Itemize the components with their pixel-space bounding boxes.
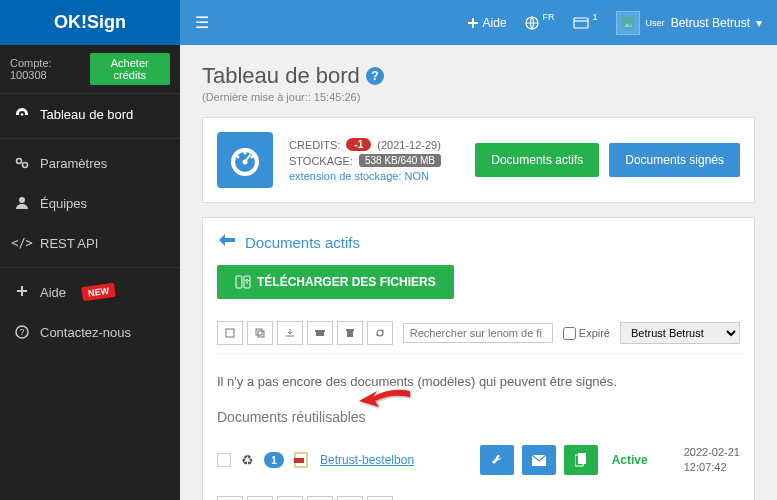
sidebar: OK!Sign Compte: 100308 Acheter crédits T… bbox=[0, 0, 180, 500]
bottom-toolbar bbox=[217, 496, 740, 500]
page-title: Tableau de bord ? bbox=[202, 63, 755, 89]
sidebar-label-restapi: REST API bbox=[40, 236, 98, 251]
wrench-icon bbox=[490, 453, 504, 467]
reusable-docs-header: Documents réutilisables bbox=[217, 409, 740, 425]
sidebar-label-settings: Paramètres bbox=[40, 156, 107, 171]
active-docs-button[interactable]: Documents actifs bbox=[475, 143, 599, 177]
buy-credits-button[interactable]: Acheter crédits bbox=[90, 53, 171, 85]
select-all-button-2[interactable] bbox=[217, 496, 243, 500]
svg-rect-29 bbox=[346, 329, 354, 331]
topbar-card[interactable]: 1 bbox=[573, 17, 598, 29]
expire-filter[interactable]: Expiré bbox=[563, 327, 610, 340]
active-docs-section: Documents actifs TÉLÉCHARGER DES FICHIER… bbox=[202, 217, 755, 500]
duplicate-button[interactable] bbox=[564, 445, 598, 475]
user-name: Betrust Betrust bbox=[671, 16, 750, 30]
main-content: Tableau de bord ? (Dernière mise à jour:… bbox=[180, 45, 777, 500]
sidebar-label-dashboard: Tableau de bord bbox=[40, 107, 133, 122]
svg-rect-23 bbox=[226, 329, 234, 337]
delete-button-2[interactable] bbox=[337, 496, 363, 500]
copy-button[interactable] bbox=[247, 321, 273, 345]
refresh-button[interactable] bbox=[367, 321, 393, 345]
svg-rect-25 bbox=[258, 331, 264, 337]
document-row: ♻ 1 Betrust-bestelbon Active 2022-02-21 bbox=[217, 437, 740, 484]
credits-label: CREDITS: bbox=[289, 139, 340, 151]
svg-text:?: ? bbox=[19, 327, 24, 337]
question-icon: ? bbox=[14, 324, 30, 340]
svg-rect-31 bbox=[294, 458, 304, 463]
doc-checkbox[interactable] bbox=[217, 453, 231, 467]
storage-extension[interactable]: extension de stockage: NON bbox=[289, 170, 441, 182]
image-placeholder-icon bbox=[622, 17, 634, 29]
mail-button[interactable] bbox=[522, 445, 556, 475]
logo-part2: Sign bbox=[87, 12, 126, 33]
sidebar-label-teams: Équipes bbox=[40, 196, 87, 211]
gears-icon bbox=[14, 155, 30, 171]
back-arrow-icon[interactable] bbox=[217, 232, 237, 253]
doc-status: Active bbox=[612, 453, 648, 467]
help-icon bbox=[14, 284, 30, 300]
download-button-2[interactable] bbox=[277, 496, 303, 500]
download-button[interactable] bbox=[277, 321, 303, 345]
avatar bbox=[616, 11, 640, 35]
user-select[interactable]: Betrust Betrust bbox=[620, 322, 740, 344]
topbar-language[interactable]: FR bbox=[525, 16, 555, 30]
menu-toggle-icon[interactable]: ☰ bbox=[195, 13, 209, 32]
sidebar-item-restapi[interactable]: </> REST API bbox=[0, 223, 180, 263]
credits-date: (2021-12-29) bbox=[377, 139, 441, 151]
recycle-icon: ♻ bbox=[241, 452, 254, 468]
copy-button-2[interactable] bbox=[247, 496, 273, 500]
edit-button[interactable] bbox=[480, 445, 514, 475]
logo: OK!Sign bbox=[0, 0, 180, 45]
doc-name-link[interactable]: Betrust-bestelbon bbox=[320, 453, 414, 467]
svg-rect-11 bbox=[574, 18, 588, 28]
svg-point-19 bbox=[251, 156, 254, 159]
archive-button-2[interactable] bbox=[307, 496, 333, 500]
card-icon bbox=[573, 17, 589, 29]
gauge-icon bbox=[217, 132, 273, 188]
refresh-button-2[interactable] bbox=[367, 496, 393, 500]
upload-label: TÉLÉCHARGER DES FICHIERS bbox=[257, 275, 436, 289]
topbar-user[interactable]: User Betrust Betrust ▾ bbox=[616, 11, 762, 35]
svg-point-3 bbox=[19, 197, 25, 203]
user-alt: User bbox=[646, 18, 665, 28]
sidebar-item-teams[interactable]: Équipes bbox=[0, 183, 180, 223]
svg-rect-5 bbox=[21, 286, 23, 296]
pdf-icon bbox=[294, 452, 310, 468]
storage-value: 538 KB/640 MB bbox=[359, 154, 441, 167]
section-title: Documents actifs bbox=[245, 234, 360, 251]
topbar-help-label: Aide bbox=[483, 16, 507, 30]
topbar-lang-label: FR bbox=[543, 12, 555, 22]
svg-rect-9 bbox=[472, 18, 474, 28]
topbar: ☰ Aide FR 1 User Betrust Betrust ▾ bbox=[180, 0, 777, 45]
help-circle-icon[interactable]: ? bbox=[366, 67, 384, 85]
search-input[interactable] bbox=[403, 323, 553, 343]
svg-point-2 bbox=[23, 163, 28, 168]
sidebar-item-dashboard[interactable]: Tableau de bord bbox=[0, 94, 180, 134]
info-text: CREDITS: -1 (2021-12-29) STOCKAGE: 538 K… bbox=[289, 138, 441, 182]
globe-icon bbox=[525, 16, 539, 30]
expire-label: Expiré bbox=[579, 327, 610, 339]
doc-count-badge: 1 bbox=[264, 452, 284, 468]
sidebar-item-settings[interactable]: Paramètres bbox=[0, 143, 180, 183]
toolbar: Expiré Betrust Betrust bbox=[217, 321, 740, 354]
upload-button[interactable]: TÉLÉCHARGER DES FICHIERS bbox=[217, 265, 454, 299]
page-updated: (Dernière mise à jour:: 15:45:26) bbox=[202, 91, 755, 103]
section-header: Documents actifs bbox=[217, 232, 740, 253]
svg-point-20 bbox=[243, 160, 248, 165]
sidebar-item-contact[interactable]: ? Contactez-nous bbox=[0, 312, 180, 352]
signed-docs-button[interactable]: Documents signés bbox=[609, 143, 740, 177]
expire-checkbox[interactable] bbox=[563, 327, 576, 340]
plus-icon bbox=[467, 17, 479, 29]
sidebar-item-help[interactable]: Aide NEW bbox=[0, 272, 180, 312]
archive-button[interactable] bbox=[307, 321, 333, 345]
account-row: Compte: 100308 Acheter crédits bbox=[0, 45, 180, 94]
topbar-help[interactable]: Aide bbox=[467, 16, 507, 30]
svg-rect-28 bbox=[347, 331, 353, 337]
chevron-down-icon: ▾ bbox=[756, 16, 762, 30]
svg-rect-13 bbox=[622, 17, 634, 29]
upload-icon bbox=[235, 275, 251, 289]
delete-button[interactable] bbox=[337, 321, 363, 345]
svg-rect-24 bbox=[256, 329, 262, 335]
select-all-button[interactable] bbox=[217, 321, 243, 345]
new-badge: NEW bbox=[81, 283, 116, 301]
